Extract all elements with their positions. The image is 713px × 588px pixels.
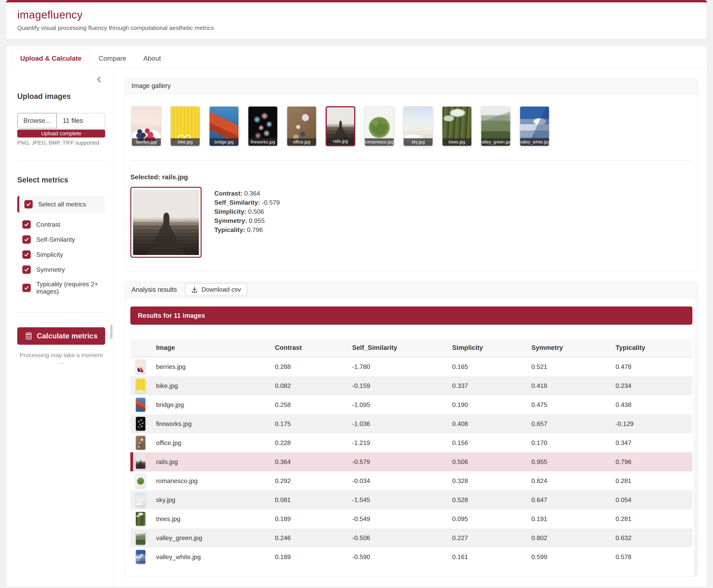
selected-metric-value: 0.796: [247, 226, 263, 233]
sidebar-collapse-button[interactable]: [94, 75, 104, 84]
row-metric-value: -0.159: [352, 382, 452, 390]
thumbnail-filename: bridge.jpg: [210, 138, 238, 146]
gallery-thumbnail[interactable]: valley_green.jpg: [481, 106, 511, 146]
browse-button[interactable]: Browse...: [17, 113, 57, 128]
table-row[interactable]: bridge.jpg 0.258-1.0950.1900.4750.438: [130, 395, 692, 414]
content-area: Upload images Browse... 11 files Upload …: [6, 68, 707, 587]
sidebar-divider: [17, 161, 105, 161]
table-row[interactable]: romanesco.jpg 0.292-0.0340.3280.8240.281: [130, 471, 692, 490]
results-panel-header: Analysis results Download csv: [125, 281, 697, 298]
row-metric-value: 0.189: [275, 553, 352, 561]
row-metric-value: 0.082: [275, 382, 352, 390]
select-all-checkbox[interactable]: [24, 200, 33, 208]
tab-about[interactable]: About: [135, 49, 170, 68]
thumbnail-filename: trees.jpg: [442, 138, 471, 146]
row-metric-value: 0.418: [532, 382, 615, 390]
metric-checkbox-row[interactable]: Typicality (requires 2+ images): [17, 278, 105, 298]
chevron-left-icon: [95, 76, 103, 83]
gallery-header-label: Image gallery: [131, 82, 171, 89]
row-metric-value: 0.364: [275, 458, 352, 466]
download-csv-label: Download csv: [201, 286, 241, 293]
table-column-header: Symmetry: [532, 344, 615, 352]
results-table-body: berries.jpg 0.288-1.7800.1650.5210.478 b…: [130, 357, 692, 566]
row-metric-value: 0.175: [275, 420, 352, 427]
gallery-thumbnail[interactable]: berries.jpg: [131, 106, 161, 146]
row-metric-value: -1.780: [352, 363, 452, 371]
row-metric-value: 0.081: [275, 496, 352, 504]
row-image-name: trees.jpg: [156, 515, 275, 523]
file-count-field[interactable]: 11 files: [57, 113, 105, 128]
gallery-thumbnail[interactable]: sky.jpg: [403, 106, 433, 146]
row-image-name: rails.jpg: [156, 458, 275, 466]
row-metric-value: -1.036: [352, 420, 452, 427]
metric-checkbox-row[interactable]: Symmetry: [17, 263, 105, 276]
row-metric-value: 0.156: [452, 439, 532, 446]
table-row[interactable]: trees.jpg 0.189-0.5490.0950.1910.281: [130, 509, 692, 528]
table-row[interactable]: fireworks.jpg 0.175-1.0360.4080.657-0.12…: [130, 414, 692, 433]
gallery-thumbnail[interactable]: bike.jpg: [170, 106, 200, 146]
row-metric-value: 0.955: [532, 458, 615, 466]
row-metric-value: -0.129: [615, 420, 692, 427]
calculate-metrics-label: Calculate metrics: [37, 332, 98, 340]
selected-metric-label: Simplicity:: [214, 208, 246, 215]
calculate-metrics-button[interactable]: Calculate metrics: [17, 327, 105, 345]
thumbnail-filename: berries.jpg: [132, 138, 161, 146]
check-icon: [24, 267, 29, 272]
metric-checkbox[interactable]: [22, 235, 31, 244]
metric-checkbox-row[interactable]: Simplicity: [17, 248, 105, 261]
metric-checkbox-row[interactable]: Contrast: [17, 218, 105, 231]
row-metric-value: 0.189: [275, 515, 352, 523]
gallery-thumbnail[interactable]: trees.jpg: [442, 106, 472, 146]
row-image-name: berries.jpg: [156, 363, 275, 371]
table-row[interactable]: bike.jpg 0.082-0.1590.3370.4180.234: [130, 376, 692, 395]
download-csv-button[interactable]: Download csv: [185, 283, 247, 296]
thumbnail-filename: romanesco.jpg: [365, 138, 394, 146]
selected-metric-line: Symmetry: 0.955: [214, 216, 280, 225]
metric-checkbox-row[interactable]: Self-Similarity: [17, 233, 105, 246]
metric-label: Typicality (requires 2+ images): [36, 280, 100, 295]
table-row[interactable]: valley_white.jpg 0.189-0.5900.1610.5990.…: [130, 547, 692, 566]
gallery-thumbnail[interactable]: office.jpg: [287, 106, 317, 146]
metric-checkbox[interactable]: [22, 284, 31, 292]
gallery-thumbnail[interactable]: valley_white.jpg: [520, 106, 549, 146]
sidebar-divider-2: [17, 312, 105, 313]
metric-checkbox[interactable]: [22, 220, 31, 229]
selected-metric-value: 0.506: [248, 208, 264, 215]
thumbnail-filename: sky.jpg: [404, 138, 433, 146]
tab-bar: Upload & Calculate Compare About: [6, 46, 707, 68]
metrics-heading: Select metrics: [17, 176, 105, 184]
gallery-thumbnail[interactable]: rails.jpg: [326, 106, 355, 146]
results-count-banner: Results for 11 images: [130, 307, 692, 325]
app-header: imagefluency Quantify visual processing …: [6, 0, 707, 39]
row-metric-value: 0.475: [532, 401, 615, 408]
row-metric-value: 0.190: [452, 401, 532, 408]
download-icon: [191, 286, 198, 293]
gallery-thumbnail[interactable]: fireworks.jpg: [248, 106, 278, 146]
table-column-header: Typicality: [615, 344, 692, 352]
sidebar-scrollbar[interactable]: [110, 324, 112, 339]
table-scrollbar[interactable]: [694, 298, 698, 576]
table-row[interactable]: rails.jpg 0.364-0.5790.5060.9550.796: [130, 452, 692, 471]
row-thumbnail: [135, 511, 146, 526]
table-row[interactable]: sky.jpg 0.081-1.5450.5280.6470.054: [130, 490, 692, 509]
selected-metric-line: Contrast: 0.364: [214, 189, 280, 198]
table-row[interactable]: berries.jpg 0.288-1.7800.1650.5210.478: [130, 357, 692, 376]
selected-metric-line: Simplicity: 0.506: [214, 207, 280, 216]
select-all-metrics-row[interactable]: Select all metrics: [17, 196, 105, 213]
gallery-thumbnail[interactable]: bridge.jpg: [209, 106, 239, 146]
metric-checkbox[interactable]: [22, 250, 31, 259]
tab-compare[interactable]: Compare: [90, 49, 135, 68]
page-title: imagefluency: [17, 8, 696, 21]
metric-checkbox-list: Contrast Self-Similarity Simplicity Symm…: [17, 218, 105, 298]
table-column-header: Image: [156, 344, 275, 352]
row-thumbnail: [135, 474, 146, 488]
row-metric-value: -1.545: [352, 496, 452, 504]
metric-checkbox[interactable]: [22, 266, 31, 274]
row-metric-value: 0.228: [275, 439, 352, 446]
table-row[interactable]: valley_green.jpg 0.246-0.5060.2270.8020.…: [130, 528, 692, 547]
tab-upload-calculate[interactable]: Upload & Calculate: [12, 49, 90, 68]
row-thumbnail: [135, 436, 146, 450]
results-header-label: Analysis results: [131, 286, 177, 293]
table-row[interactable]: office.jpg 0.228-1.2190.1560.1700.347: [130, 433, 692, 452]
gallery-thumbnail[interactable]: romanesco.jpg: [364, 106, 394, 146]
